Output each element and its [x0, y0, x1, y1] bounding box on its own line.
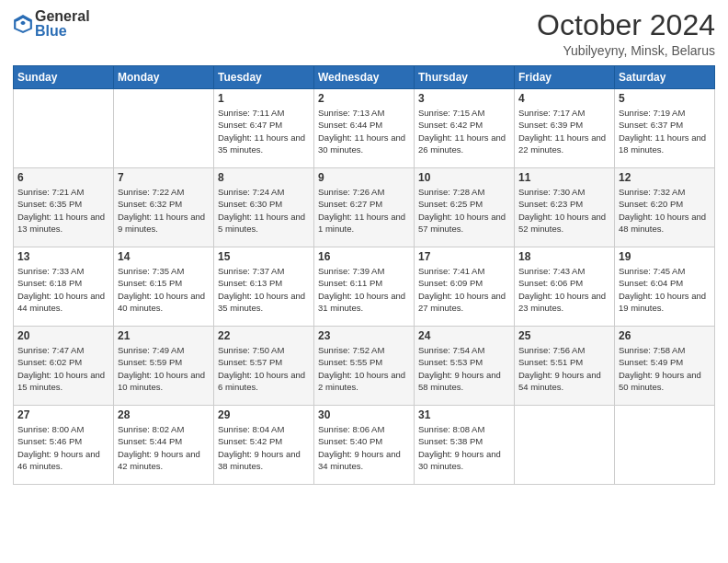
- day-info: Sunrise: 7:30 AM Sunset: 6:23 PM Dayligh…: [518, 186, 610, 235]
- title-block: October 2024 Yubilyeyny, Minsk, Belarus: [537, 9, 715, 58]
- day-cell-3: 1Sunrise: 7:11 AM Sunset: 6:47 PM Daylig…: [214, 89, 314, 168]
- day-cell-4: 2Sunrise: 7:13 AM Sunset: 6:44 PM Daylig…: [314, 89, 415, 168]
- day-info: Sunrise: 7:37 AM Sunset: 6:13 PM Dayligh…: [218, 265, 310, 314]
- day-cell-5: 3Sunrise: 7:15 AM Sunset: 6:42 PM Daylig…: [415, 89, 515, 168]
- week-row-5: 27Sunrise: 8:00 AM Sunset: 5:46 PM Dayli…: [14, 406, 715, 485]
- day-info: Sunrise: 7:22 AM Sunset: 6:32 PM Dayligh…: [118, 186, 210, 235]
- day-cell-15: 13Sunrise: 7:33 AM Sunset: 6:18 PM Dayli…: [14, 247, 114, 327]
- day-cell-13: 11Sunrise: 7:30 AM Sunset: 6:23 PM Dayli…: [515, 168, 615, 247]
- day-number: 27: [17, 408, 109, 421]
- day-number: 28: [118, 408, 210, 421]
- day-number: 7: [118, 171, 210, 184]
- day-info: Sunrise: 7:35 AM Sunset: 6:15 PM Dayligh…: [118, 265, 210, 314]
- day-number: 2: [318, 92, 410, 105]
- day-cell-26: 24Sunrise: 7:54 AM Sunset: 5:53 PM Dayli…: [415, 327, 515, 406]
- day-cell-1: [14, 89, 114, 168]
- header-sunday: Sunday: [14, 66, 114, 89]
- day-info: Sunrise: 7:11 AM Sunset: 6:47 PM Dayligh…: [218, 107, 310, 155]
- day-number: 9: [318, 171, 410, 184]
- day-number: 14: [118, 250, 210, 263]
- day-info: Sunrise: 8:06 AM Sunset: 5:40 PM Dayligh…: [318, 423, 410, 472]
- day-info: Sunrise: 7:45 AM Sunset: 6:04 PM Dayligh…: [619, 265, 711, 314]
- header-tuesday: Tuesday: [214, 66, 314, 89]
- header-saturday: Saturday: [615, 66, 715, 89]
- day-info: Sunrise: 7:24 AM Sunset: 6:30 PM Dayligh…: [218, 186, 310, 235]
- header-thursday: Thursday: [415, 66, 515, 89]
- day-info: Sunrise: 7:33 AM Sunset: 6:18 PM Dayligh…: [17, 265, 109, 314]
- day-info: Sunrise: 8:00 AM Sunset: 5:46 PM Dayligh…: [17, 423, 109, 472]
- day-info: Sunrise: 8:08 AM Sunset: 5:38 PM Dayligh…: [418, 423, 510, 472]
- day-number: 20: [17, 329, 109, 342]
- day-cell-20: 18Sunrise: 7:43 AM Sunset: 6:06 PM Dayli…: [515, 247, 615, 327]
- day-number: 3: [418, 92, 510, 105]
- day-cell-34: [515, 406, 615, 485]
- day-info: Sunrise: 7:49 AM Sunset: 5:59 PM Dayligh…: [118, 344, 210, 393]
- logo-icon: [13, 14, 33, 34]
- day-info: Sunrise: 8:02 AM Sunset: 5:44 PM Dayligh…: [118, 423, 210, 472]
- day-info: Sunrise: 7:52 AM Sunset: 5:55 PM Dayligh…: [318, 344, 410, 393]
- day-number: 4: [518, 92, 610, 105]
- day-cell-14: 12Sunrise: 7:32 AM Sunset: 6:20 PM Dayli…: [615, 168, 715, 247]
- logo-blue-text: Blue: [35, 24, 90, 39]
- day-info: Sunrise: 7:50 AM Sunset: 5:57 PM Dayligh…: [218, 344, 310, 393]
- month-title: October 2024: [537, 9, 715, 41]
- logo-general-text: General: [35, 9, 90, 24]
- day-number: 21: [118, 329, 210, 342]
- day-number: 19: [619, 250, 711, 263]
- day-info: Sunrise: 7:58 AM Sunset: 5:49 PM Dayligh…: [619, 344, 711, 393]
- day-info: Sunrise: 7:47 AM Sunset: 6:02 PM Dayligh…: [17, 344, 109, 393]
- day-cell-10: 8Sunrise: 7:24 AM Sunset: 6:30 PM Daylig…: [214, 168, 314, 247]
- day-cell-22: 20Sunrise: 7:47 AM Sunset: 6:02 PM Dayli…: [14, 327, 114, 406]
- day-number: 25: [518, 329, 610, 342]
- day-info: Sunrise: 7:56 AM Sunset: 5:51 PM Dayligh…: [518, 344, 610, 393]
- day-number: 5: [619, 92, 711, 105]
- day-info: Sunrise: 7:54 AM Sunset: 5:53 PM Dayligh…: [418, 344, 510, 393]
- day-number: 26: [619, 329, 711, 342]
- day-number: 12: [619, 171, 711, 184]
- day-number: 8: [218, 171, 310, 184]
- day-cell-19: 17Sunrise: 7:41 AM Sunset: 6:09 PM Dayli…: [415, 247, 515, 327]
- logo: General Blue: [13, 9, 90, 39]
- day-cell-29: 27Sunrise: 8:00 AM Sunset: 5:46 PM Dayli…: [14, 406, 114, 485]
- day-info: Sunrise: 7:32 AM Sunset: 6:20 PM Dayligh…: [619, 186, 711, 235]
- day-cell-30: 28Sunrise: 8:02 AM Sunset: 5:44 PM Dayli…: [114, 406, 214, 485]
- day-info: Sunrise: 7:17 AM Sunset: 6:39 PM Dayligh…: [518, 107, 610, 155]
- day-cell-8: 6Sunrise: 7:21 AM Sunset: 6:35 PM Daylig…: [14, 168, 114, 247]
- weekday-header-row: Sunday Monday Tuesday Wednesday Thursday…: [14, 66, 715, 89]
- day-info: Sunrise: 7:19 AM Sunset: 6:37 PM Dayligh…: [619, 107, 711, 155]
- day-cell-27: 25Sunrise: 7:56 AM Sunset: 5:51 PM Dayli…: [515, 327, 615, 406]
- day-cell-7: 5Sunrise: 7:19 AM Sunset: 6:37 PM Daylig…: [615, 89, 715, 168]
- day-cell-24: 22Sunrise: 7:50 AM Sunset: 5:57 PM Dayli…: [214, 327, 314, 406]
- day-number: 17: [418, 250, 510, 263]
- day-number: 6: [17, 171, 109, 184]
- logo-text: General Blue: [35, 9, 90, 39]
- day-info: Sunrise: 7:15 AM Sunset: 6:42 PM Dayligh…: [418, 107, 510, 155]
- day-cell-2: [114, 89, 214, 168]
- day-cell-11: 9Sunrise: 7:26 AM Sunset: 6:27 PM Daylig…: [314, 168, 415, 247]
- day-cell-12: 10Sunrise: 7:28 AM Sunset: 6:25 PM Dayli…: [415, 168, 515, 247]
- day-number: 22: [218, 329, 310, 342]
- day-cell-6: 4Sunrise: 7:17 AM Sunset: 6:39 PM Daylig…: [515, 89, 615, 168]
- day-cell-35: [615, 406, 715, 485]
- day-number: 31: [418, 408, 510, 421]
- week-row-4: 20Sunrise: 7:47 AM Sunset: 6:02 PM Dayli…: [14, 327, 715, 406]
- day-number: 16: [318, 250, 410, 263]
- header-wednesday: Wednesday: [314, 66, 415, 89]
- day-number: 18: [518, 250, 610, 263]
- day-cell-21: 19Sunrise: 7:45 AM Sunset: 6:04 PM Dayli…: [615, 247, 715, 327]
- day-info: Sunrise: 8:04 AM Sunset: 5:42 PM Dayligh…: [218, 423, 310, 472]
- day-cell-28: 26Sunrise: 7:58 AM Sunset: 5:49 PM Dayli…: [615, 327, 715, 406]
- day-info: Sunrise: 7:43 AM Sunset: 6:06 PM Dayligh…: [518, 265, 610, 314]
- day-cell-31: 29Sunrise: 8:04 AM Sunset: 5:42 PM Dayli…: [214, 406, 314, 485]
- day-cell-23: 21Sunrise: 7:49 AM Sunset: 5:59 PM Dayli…: [114, 327, 214, 406]
- day-cell-17: 15Sunrise: 7:37 AM Sunset: 6:13 PM Dayli…: [214, 247, 314, 327]
- day-number: 13: [17, 250, 109, 263]
- day-number: 1: [218, 92, 310, 105]
- header-friday: Friday: [515, 66, 615, 89]
- header-monday: Monday: [114, 66, 214, 89]
- day-cell-32: 30Sunrise: 8:06 AM Sunset: 5:40 PM Dayli…: [314, 406, 415, 485]
- day-cell-33: 31Sunrise: 8:08 AM Sunset: 5:38 PM Dayli…: [415, 406, 515, 485]
- page: General Blue October 2024 Yubilyeyny, Mi…: [0, 0, 728, 563]
- day-info: Sunrise: 7:28 AM Sunset: 6:25 PM Dayligh…: [418, 186, 510, 235]
- day-cell-18: 16Sunrise: 7:39 AM Sunset: 6:11 PM Dayli…: [314, 247, 415, 327]
